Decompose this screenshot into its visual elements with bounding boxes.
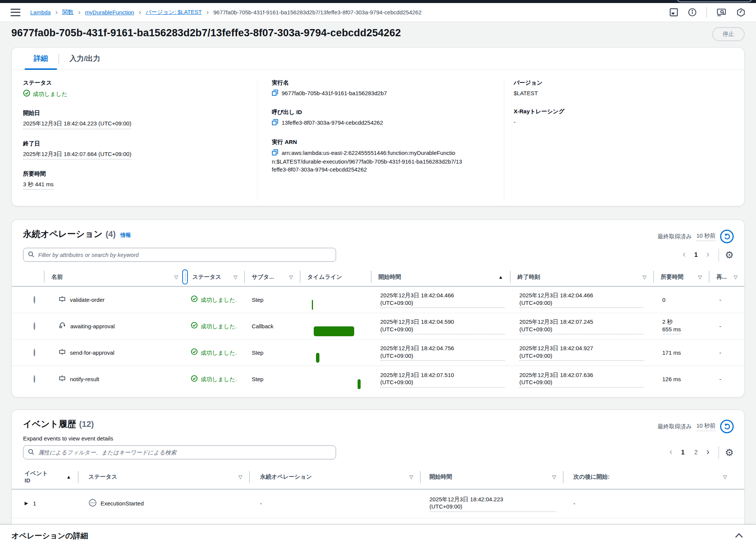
execution-arn-label: 実行 ARN (272, 139, 493, 146)
operation-status: 成功しました. (201, 323, 237, 330)
sort-asc-icon: ▲ (498, 274, 503, 280)
gear-icon[interactable]: ⚙ (725, 250, 734, 260)
events-filter (23, 445, 336, 459)
start-time: 2025年12月3日 18:42:04.756(UTC+09:00) (380, 345, 505, 361)
prev-page-icon[interactable]: ‹ (680, 250, 689, 260)
column-header-end-time[interactable]: 終了時刻▽ (510, 268, 653, 286)
breadcrumb-current: 9677fa0b-705b-431f-9161-ba156283d2b7/13f… (213, 9, 421, 15)
column-header-operation[interactable]: 永続オペレーション▽ (249, 468, 420, 486)
copy-icon[interactable] (272, 90, 278, 98)
row-radio[interactable] (34, 322, 35, 330)
breadcrumb-lambda[interactable]: Lambda (30, 9, 51, 15)
operation-status: 成功しました. (201, 375, 237, 383)
screen-inspect-icon[interactable] (717, 8, 727, 17)
refresh-button[interactable] (720, 230, 734, 243)
column-resize-handle[interactable] (182, 269, 188, 284)
pagination-divider (719, 446, 719, 459)
page-number[interactable]: 1 (677, 448, 689, 457)
prev-page-icon[interactable]: ‹ (666, 447, 675, 458)
sort-icon: ▽ (734, 274, 737, 280)
events-filter-input[interactable] (38, 449, 331, 456)
copy-icon[interactable] (272, 119, 278, 127)
column-header-duration[interactable]: 所要時間▽ (653, 268, 709, 286)
event-operation: - (249, 496, 420, 511)
table-row: validate-order 成功しました. Step 2025年12月3日 1… (12, 287, 744, 313)
last-fetched-label: 最終取得済み (658, 233, 692, 240)
column-header-name[interactable]: 名前▽ (44, 268, 185, 286)
chevron-up-icon[interactable] (735, 533, 743, 539)
cloudshell-icon[interactable] (736, 8, 745, 17)
tab-details[interactable]: 詳細 (23, 48, 59, 70)
top-bar-divider (706, 7, 707, 18)
page-number[interactable]: 1 (690, 250, 702, 260)
next-page-icon[interactable]: › (703, 250, 713, 260)
operations-filter-input[interactable] (38, 252, 331, 258)
page-number[interactable]: 2 (690, 448, 702, 457)
duration: 2 秒655 ms (653, 314, 709, 338)
stop-button[interactable]: 停止 (712, 27, 745, 41)
column-header-retry[interactable]: 再...▽ (709, 268, 744, 286)
pagination-divider (719, 249, 719, 261)
end-time: 2025年12月3日 18:42:07.245(UTC+09:00) (519, 318, 644, 334)
column-header-event-id[interactable]: イベントID ▲ (12, 465, 78, 489)
sort-asc-icon: ▲ (66, 474, 71, 480)
table-row: send-for-approval 成功しました. Step 2025年12月3… (12, 340, 744, 366)
breadcrumb-separator-icon: › (78, 8, 81, 15)
operations-table-header: 名前▽ ステータス▽ サブタ...▽ タイムライン 開始時間▲ 終了時刻▽ 所要… (12, 268, 744, 287)
last-fetched-label: 最終取得済み (658, 423, 692, 430)
split-panel-icon[interactable] (669, 8, 678, 17)
event-status-icon (88, 499, 97, 509)
event-start-time: 2025年12月3日 18:42:04.223(UTC+09:00) (429, 496, 556, 512)
column-header-start-time[interactable]: 開始時間▽ (420, 468, 563, 486)
row-radio[interactable] (34, 375, 35, 383)
events-subtitle: Expand events to view event details (23, 433, 124, 442)
search-icon (28, 251, 34, 259)
info-icon[interactable] (688, 8, 697, 17)
expand-row-icon[interactable]: ▶ (25, 501, 28, 507)
details-grid: ステータス 成功しました 開始日 2025年12月3日 18:42:04.223… (12, 70, 744, 206)
copy-icon[interactable] (272, 149, 278, 158)
column-header-status[interactable]: ステータス▽ (185, 268, 244, 286)
breadcrumb-function-name[interactable]: myDurableFunction (85, 9, 134, 15)
status-value: 成功しました (23, 90, 67, 99)
column-header-timeline[interactable]: タイムライン (300, 268, 371, 286)
retries: - (709, 372, 744, 387)
breadcrumb: Lambda › 関数 › myDurableFunction › バージョン:… (30, 9, 662, 16)
next-page-icon[interactable]: › (703, 447, 713, 458)
browser-chrome-pill (677, 0, 752, 2)
column-header-start-time[interactable]: 開始時間▲ (371, 268, 510, 286)
duration: 0 (653, 292, 709, 307)
duration-label: 所要時間 (23, 170, 246, 178)
operations-filter (23, 248, 336, 262)
tab-input-output[interactable]: 入力/出力 (59, 48, 111, 70)
gear-icon[interactable]: ⚙ (725, 448, 734, 457)
step-icon (59, 375, 65, 383)
last-fetched-value: 10 秒前 (696, 232, 716, 241)
tabs: 詳細 入力/出力 (12, 48, 744, 70)
column-header-status[interactable]: ステータス▽ (78, 468, 249, 486)
end-date-label: 終了日 (23, 140, 246, 147)
breadcrumb-functions[interactable]: 関数 (62, 9, 74, 16)
duration-value: 3 秒 441 ms (23, 181, 54, 190)
breadcrumb-version[interactable]: バージョン: $LATEST (146, 9, 202, 16)
menu-icon[interactable] (11, 9, 20, 16)
retries: - (709, 345, 744, 360)
start-date-value: 2025年12月3日 18:42:04.223 (UTC+09:00) (23, 120, 131, 129)
breadcrumb-separator-icon: › (55, 8, 57, 15)
split-panel-title: オペレーションの詳細 (11, 531, 88, 541)
version-label: バージョン (514, 79, 733, 87)
details-column-3: バージョン $LATEST X-Rayトレーシング - (504, 79, 744, 201)
execution-arn-value: arn:aws:lambda:us-east-2:622455551446:fu… (272, 150, 462, 173)
row-radio[interactable] (34, 296, 35, 304)
column-header-start-after[interactable]: 次の後に開始:▽ (563, 468, 744, 486)
column-header-subtype[interactable]: サブタ...▽ (244, 268, 300, 286)
operation-name: awaiting-approval (70, 323, 115, 330)
step-icon (59, 349, 65, 357)
status-label: ステータス (23, 79, 246, 87)
operations-info-link[interactable]: 情報 (120, 232, 131, 239)
refresh-button[interactable] (720, 420, 734, 433)
success-check-icon (191, 295, 198, 304)
xray-value: - (514, 118, 733, 126)
operation-subtype: Step (244, 292, 300, 307)
row-radio[interactable] (34, 349, 35, 357)
